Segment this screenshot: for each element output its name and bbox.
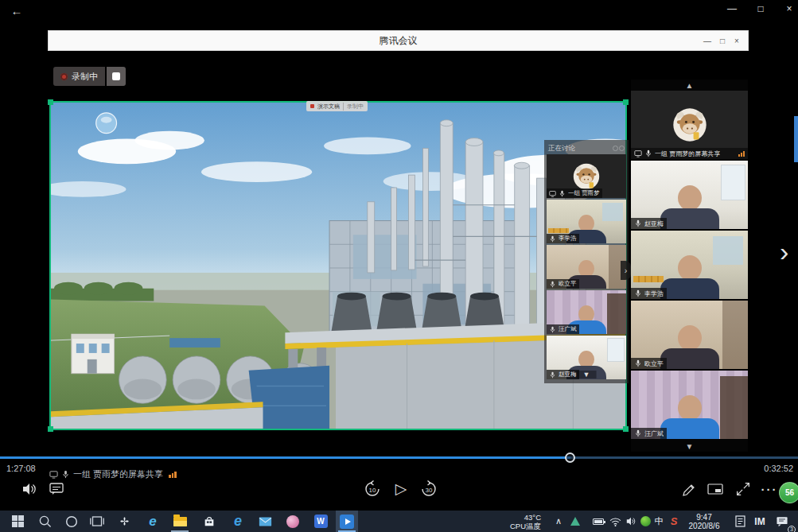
window-maximize-button[interactable]: □ xyxy=(747,0,774,17)
panel-tile-participant[interactable]: 李学浩 xyxy=(547,200,626,243)
current-time: 1:27:08 xyxy=(6,464,36,473)
more-icon: ··· xyxy=(761,483,778,496)
participant-name: 汪广斌 xyxy=(559,325,577,333)
panel-tile-participant[interactable]: 欧立平 xyxy=(547,245,626,289)
wps-button[interactable]: W xyxy=(309,511,332,532)
panel-scroll-down-button[interactable]: ▼ xyxy=(577,371,597,379)
meeting-close-button[interactable]: × xyxy=(730,31,744,50)
triangle-app-tray-button[interactable] xyxy=(566,511,584,532)
shared-screen-area: 演示文稿 录制中 xyxy=(49,101,627,430)
participant-name-label: 汪广斌 xyxy=(631,428,667,439)
timeline[interactable] xyxy=(0,452,798,462)
expand-icon xyxy=(734,480,752,498)
battery-tray-button[interactable] xyxy=(589,511,608,532)
internet-explorer-button[interactable]: e xyxy=(142,511,164,532)
mic-icon xyxy=(549,371,556,379)
video-player-icon xyxy=(340,515,354,529)
taskbar-clock[interactable]: 9:47 2020/8/6 xyxy=(681,513,727,530)
stop-recording-button[interactable] xyxy=(107,67,126,86)
chat-button[interactable] xyxy=(46,479,67,499)
chevron-down-icon: ▼ xyxy=(583,371,590,379)
floating-overlay-badge[interactable]: 56 xyxy=(779,482,798,503)
panel-tile-screen-share[interactable]: 一组 贾雨梦 xyxy=(547,154,626,198)
play-button[interactable]: ▷ xyxy=(391,479,411,499)
back-button[interactable]: ← xyxy=(6,2,27,19)
task-view-button[interactable] xyxy=(86,511,108,532)
participant-name-label: 赵亚梅 xyxy=(547,370,579,379)
windows-taskbar: e e W xyxy=(0,511,798,532)
stop-icon xyxy=(112,72,120,80)
pinwheel-app-button[interactable] xyxy=(113,511,135,532)
mic-icon xyxy=(61,470,70,479)
window-close-button[interactable]: × xyxy=(776,0,798,17)
share-corner-handle xyxy=(48,99,53,105)
fullscreen-button[interactable] xyxy=(733,479,753,499)
start-button[interactable] xyxy=(6,511,29,532)
panel-tile-participant[interactable]: 汪广斌 xyxy=(547,290,626,334)
recording-dot-icon xyxy=(310,104,314,108)
sidebar-tile-participant[interactable]: 欧立平 xyxy=(631,301,748,369)
panel-collapse-handle[interactable]: › xyxy=(621,261,631,280)
ime-language-button[interactable]: 中 xyxy=(651,511,667,532)
store-bag-icon xyxy=(203,515,216,528)
sogou-tray-button[interactable]: S xyxy=(665,511,683,532)
sidebar-scroll-up-button[interactable]: ▲ xyxy=(631,80,748,91)
tray-expand-button[interactable]: ∧ xyxy=(551,511,566,532)
network-tray-button[interactable] xyxy=(606,511,624,532)
more-options-button[interactable]: ··· xyxy=(759,479,780,499)
chevron-right-icon: › xyxy=(780,236,788,266)
notification-center-button[interactable]: 3 xyxy=(772,511,792,532)
input-method-tray-button[interactable]: IM xyxy=(749,511,770,532)
meeting-window-titlebar: 腾讯会议 — □ × xyxy=(48,30,749,51)
meeting-maximize-button[interactable]: □ xyxy=(715,31,730,50)
share-toolbar[interactable]: 演示文稿 录制中 xyxy=(306,101,368,111)
edge-icon: e xyxy=(234,513,242,530)
sidebar-tile-participant[interactable]: 汪广斌 xyxy=(631,371,748,439)
person-silhouette xyxy=(660,325,719,369)
sidebar-tile-screen-share[interactable]: 一组 贾雨梦的屏幕共享 xyxy=(631,91,748,159)
edge-button[interactable]: e xyxy=(227,511,249,532)
notification-bubble-icon xyxy=(776,516,788,527)
rewind-10-button[interactable]: 10 xyxy=(362,479,383,499)
pencil-icon xyxy=(681,481,697,497)
timeline-played xyxy=(0,456,570,459)
screen-share-icon xyxy=(549,190,556,197)
scrollbar-fragment[interactable] xyxy=(794,116,798,162)
participants-sidebar: ▲ 一组 贾雨梦的屏幕共享 xyxy=(631,80,748,452)
mic-icon xyxy=(549,281,556,288)
window-minimize-button[interactable]: — xyxy=(718,0,745,17)
cortana-button[interactable] xyxy=(60,511,83,532)
meeting-minimize-button[interactable]: — xyxy=(700,31,714,50)
close-icon: × xyxy=(734,37,739,45)
volume-button[interactable] xyxy=(19,479,40,499)
rewind-10-icon: 10 xyxy=(363,480,382,499)
video-player-app: ← — □ × 腾讯会议 — □ × 录制中 xyxy=(0,0,798,532)
taskbar-search-button[interactable] xyxy=(33,511,56,532)
discussion-panel-header: 正在讨论 xyxy=(547,142,626,154)
timeline-thumb[interactable] xyxy=(565,452,575,463)
mini-player-button[interactable] xyxy=(705,479,726,499)
sidebar-scroll-down-button[interactable]: ▼ xyxy=(631,441,748,452)
panel-tile-participant[interactable]: 赵亚梅 ▼ xyxy=(547,336,626,379)
now-playing-text: 一组 贾雨梦的屏幕共享 xyxy=(73,468,163,480)
annotate-button[interactable] xyxy=(679,479,699,499)
sticky-notes-tray-button[interactable] xyxy=(730,511,749,532)
overlay-badge-value: 56 xyxy=(785,488,794,497)
forward-30-button[interactable]: 30 xyxy=(418,479,439,499)
cpu-temp-value: 43°C xyxy=(490,513,541,522)
person-silhouette xyxy=(660,395,719,439)
chat-icon xyxy=(49,481,64,497)
maximize-icon: □ xyxy=(757,3,763,14)
sidebar-tile-participant[interactable]: 李学浩 xyxy=(631,231,748,299)
mail-icon xyxy=(259,516,272,527)
rewind-amount: 10 xyxy=(369,487,376,494)
sidebar-tile-participant[interactable]: 赵亚梅 xyxy=(631,161,748,229)
chevron-down-icon: ▼ xyxy=(686,442,694,451)
mail-button[interactable] xyxy=(254,511,276,532)
microsoft-store-button[interactable] xyxy=(198,511,220,532)
pink-app-button[interactable] xyxy=(282,511,304,532)
file-explorer-button[interactable] xyxy=(169,511,191,532)
expand-panel-chevron[interactable]: › xyxy=(780,235,788,267)
mic-icon xyxy=(549,326,556,333)
video-player-taskbar-button[interactable] xyxy=(336,511,358,532)
